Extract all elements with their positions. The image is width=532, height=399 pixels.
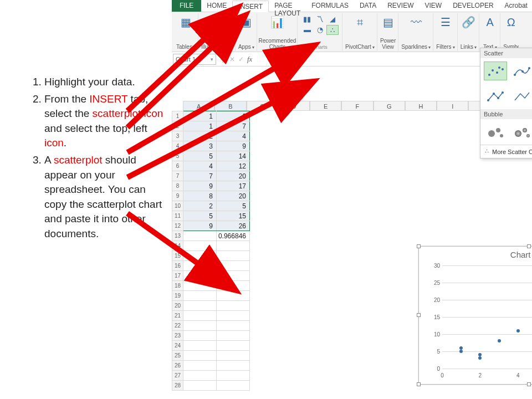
row-21[interactable]: 21 [172, 311, 183, 321]
cell-A24[interactable] [183, 341, 217, 351]
data-table[interactable]: 1162173244395514641277208917982010251151… [172, 111, 250, 391]
row-8[interactable]: 8 [172, 181, 183, 191]
cell-A9[interactable]: 8 [183, 191, 217, 201]
row-4[interactable]: 4 [172, 141, 183, 151]
tab-page-layout[interactable]: PAGE LAYOUT [269, 0, 306, 12]
col-A[interactable]: A [183, 101, 214, 111]
data-point[interactable] [516, 329, 520, 332]
cell-B8[interactable]: 17 [217, 181, 250, 191]
cell-A25[interactable] [183, 351, 217, 361]
row-12[interactable]: 12 [172, 221, 183, 231]
cell-A21[interactable] [183, 311, 217, 321]
cell-A20[interactable] [183, 301, 217, 311]
column-chart-icon[interactable]: ▮▮ [301, 14, 313, 24]
group-tables[interactable]: ▦ Tables [174, 13, 198, 51]
cell-B7[interactable]: 20 [217, 171, 250, 181]
cell-A6[interactable]: 4 [183, 161, 217, 171]
row-19[interactable]: 19 [172, 291, 183, 301]
cell-B10[interactable]: 5 [217, 201, 250, 211]
cell-B19[interactable] [217, 291, 250, 301]
row-20[interactable]: 20 [172, 301, 183, 311]
row-22[interactable]: 22 [172, 321, 183, 331]
bubble-chart[interactable] [484, 122, 507, 141]
tab-formulas[interactable]: FORMULAS [306, 0, 354, 12]
bar-chart-icon[interactable]: ▬ [301, 25, 313, 35]
data-point[interactable] [459, 346, 463, 350]
cell-B5[interactable]: 14 [217, 151, 250, 161]
cell-A5[interactable]: 5 [183, 151, 217, 161]
row-10[interactable]: 10 [172, 201, 183, 211]
row-1[interactable]: 1 [172, 111, 183, 121]
cell-B21[interactable] [217, 311, 250, 321]
row-14[interactable]: 14 [172, 241, 183, 251]
enter-icon[interactable]: ✓ [238, 55, 244, 63]
group-pivotchart[interactable]: ⌗ PivotChart [343, 13, 377, 51]
group-illustrations[interactable]: ◩ Illustrations [199, 13, 236, 51]
cell-A27[interactable] [183, 371, 217, 381]
cell-B14[interactable] [217, 241, 250, 251]
group-filters[interactable]: ☰ Filters [434, 13, 457, 51]
data-point[interactable] [478, 353, 482, 356]
cell-A12[interactable]: 9 [183, 221, 217, 231]
row-7[interactable]: 7 [172, 171, 183, 181]
row-3[interactable]: 3 [172, 131, 183, 141]
row-17[interactable]: 17 [172, 271, 183, 281]
tab-developer[interactable]: DEVELOPER [447, 0, 499, 12]
cell-B15[interactable] [217, 251, 250, 261]
row-5[interactable]: 5 [172, 151, 183, 161]
cell-A18[interactable] [183, 281, 217, 291]
col-G[interactable]: G [374, 101, 405, 111]
scatter-straight-lines[interactable] [510, 87, 532, 106]
cell-B12[interactable]: 26 [217, 221, 250, 231]
data-point[interactable] [498, 339, 501, 342]
data-point[interactable] [478, 356, 482, 360]
scatter-straight-lines-markers[interactable] [484, 87, 507, 106]
row-18[interactable]: 18 [172, 281, 183, 291]
cell-B26[interactable] [217, 361, 250, 371]
cell-A11[interactable]: 5 [183, 211, 217, 221]
cell-A2[interactable]: 1 [183, 121, 217, 131]
col-H[interactable]: H [405, 101, 437, 111]
row-24[interactable]: 24 [172, 341, 183, 351]
cell-B17[interactable] [217, 271, 250, 281]
tab-insert[interactable]: INSERT [232, 1, 269, 12]
cell-B20[interactable] [217, 301, 250, 311]
row-25[interactable]: 25 [172, 351, 183, 361]
chart-plot-area[interactable]: 0510152025300246810 [442, 265, 532, 369]
name-box[interactable]: Chart 1 [173, 54, 216, 65]
col-F[interactable]: F [341, 101, 373, 111]
row-9[interactable]: 9 [172, 191, 183, 201]
cell-B28[interactable] [217, 381, 250, 391]
cell-A28[interactable] [183, 381, 217, 391]
tab-file[interactable]: FILE [172, 0, 201, 12]
col-B[interactable]: B [214, 101, 246, 111]
row-23[interactable]: 23 [172, 331, 183, 341]
data-point[interactable] [459, 350, 463, 353]
group-sparklines[interactable]: 〰 Sparklines [399, 13, 433, 51]
scatter-smooth-lines-markers[interactable] [510, 62, 532, 80]
row-6[interactable]: 6 [172, 161, 183, 171]
cell-A4[interactable]: 3 [183, 141, 217, 151]
cell-B3[interactable]: 4 [217, 131, 250, 141]
tab-data[interactable]: DATA [354, 0, 382, 12]
group-links[interactable]: 🔗 Links [458, 13, 480, 51]
row-2[interactable]: 2 [172, 121, 183, 131]
row-13[interactable]: 13 [172, 231, 183, 241]
cell-A26[interactable] [183, 361, 217, 371]
cell-B25[interactable] [217, 351, 250, 361]
cell-A10[interactable]: 2 [183, 201, 217, 211]
line-chart-icon[interactable]: 〽 [314, 14, 326, 24]
cell-B13[interactable]: 0.966846 [217, 231, 250, 241]
cell-A23[interactable] [183, 331, 217, 341]
cell-B4[interactable]: 9 [217, 141, 250, 151]
cell-A19[interactable] [183, 291, 217, 301]
row-26[interactable]: 26 [172, 361, 183, 371]
cell-B6[interactable]: 12 [217, 161, 250, 171]
cell-B18[interactable] [217, 281, 250, 291]
cancel-icon[interactable]: ✕ [229, 55, 235, 63]
group-symbols[interactable]: Ω Symbols [501, 13, 521, 51]
group-text[interactable]: A Text [480, 13, 500, 51]
cell-A7[interactable]: 7 [183, 171, 217, 181]
row-15[interactable]: 15 [172, 251, 183, 261]
col-C[interactable]: C [247, 101, 278, 111]
